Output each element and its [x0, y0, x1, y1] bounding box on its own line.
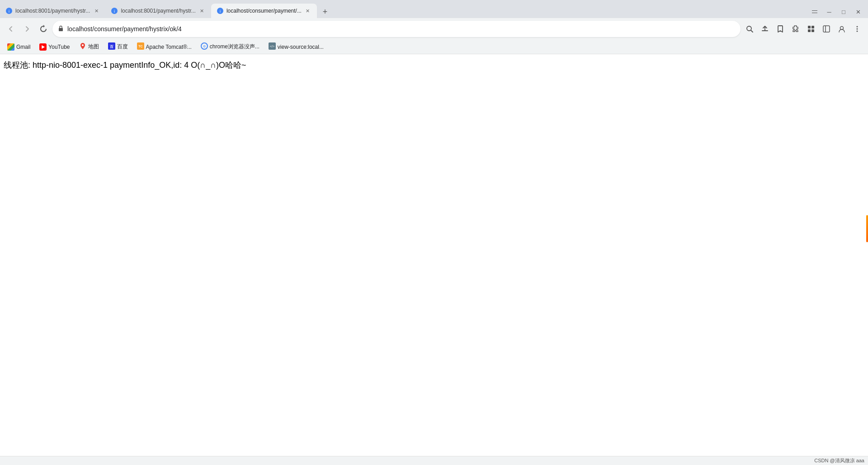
- svg-point-19: [82, 44, 84, 46]
- back-button[interactable]: [4, 22, 18, 36]
- browser-window: i localhost:8001/payment/hystr... ✕ i lo…: [0, 0, 868, 465]
- minimize-button[interactable]: ─: [823, 5, 835, 18]
- svg-text:TC: TC: [138, 45, 142, 48]
- svg-point-17: [857, 28, 858, 30]
- window-controls: ─ □ ✕: [808, 5, 868, 18]
- tab3-favicon: i: [217, 7, 224, 14]
- tab-3[interactable]: i localhost/consumer/payment/... ✕: [211, 4, 317, 18]
- bookmark-gmail-label: Gmail: [16, 44, 30, 50]
- tab2-close-btn[interactable]: ✕: [198, 7, 206, 14]
- svg-line-8: [751, 30, 753, 32]
- extensions-button[interactable]: [788, 22, 803, 36]
- bookmark-chrome-settings-label: chrome浏览器没声...: [210, 43, 259, 51]
- bookmark-view-source-label: view-source:local...: [278, 44, 324, 50]
- bookmark-baidu[interactable]: 百 百度: [104, 41, 132, 53]
- svg-text:⚙: ⚙: [203, 45, 206, 48]
- bookmark-tomcat-label: Apache Tomcat®...: [146, 44, 192, 50]
- close-button[interactable]: ✕: [852, 5, 864, 18]
- bookmark-maps[interactable]: 地图: [75, 41, 103, 53]
- svg-point-16: [857, 26, 858, 28]
- scrollbar[interactable]: [866, 215, 868, 242]
- tab-2[interactable]: i localhost:8001/payment/hystr... ✕: [105, 4, 211, 18]
- address-text: localhost/consumer/payment/hystrix/ok/4: [67, 25, 735, 33]
- toolbar-right: [742, 22, 864, 36]
- bookmark-tomcat[interactable]: TC Apache Tomcat®...: [133, 41, 195, 53]
- page-main-text: 线程池: http-nio-8001-exec-1 paymentInfo_OK…: [4, 60, 864, 70]
- youtube-favicon-icon: [39, 43, 47, 51]
- expand-icon[interactable]: [808, 5, 821, 18]
- address-bar[interactable]: localhost/consumer/payment/hystrix/ok/4: [52, 21, 741, 37]
- grid-button[interactable]: [804, 22, 818, 36]
- maximize-button[interactable]: □: [837, 5, 850, 18]
- svg-text:百: 百: [110, 45, 113, 49]
- gmail-favicon-icon: [7, 43, 14, 51]
- svg-rect-13: [823, 26, 830, 32]
- bookmark-button[interactable]: [773, 22, 788, 36]
- tab-bar: i localhost:8001/payment/hystr... ✕ i lo…: [0, 0, 868, 18]
- bookmark-chrome-settings[interactable]: ⚙ chrome浏览器没声...: [197, 41, 263, 53]
- svg-rect-9: [808, 26, 811, 28]
- tab1-label: localhost:8001/payment/hystr...: [15, 8, 90, 14]
- tab2-label: localhost:8001/payment/hystr...: [121, 8, 195, 14]
- tab1-close-btn[interactable]: ✕: [93, 7, 100, 14]
- status-bar: CSDN @清风微凉 aaa: [0, 456, 868, 465]
- reload-button[interactable]: [36, 22, 51, 36]
- tab3-close-btn[interactable]: ✕: [304, 7, 311, 14]
- maps-favicon-icon: [79, 42, 86, 51]
- forward-button[interactable]: [20, 22, 34, 36]
- share-button[interactable]: [758, 22, 772, 36]
- menu-button[interactable]: [850, 22, 864, 36]
- page-content: 线程池: http-nio-8001-exec-1 paymentInfo_OK…: [0, 54, 868, 456]
- tab-1[interactable]: i localhost:8001/payment/hystr... ✕: [0, 4, 105, 18]
- status-text: CSDN @清风微凉 aaa: [814, 457, 864, 464]
- security-icon: [58, 25, 64, 33]
- baidu-favicon-icon: 百: [108, 42, 115, 51]
- tab3-label: localhost/consumer/payment/...: [226, 8, 302, 14]
- new-tab-button[interactable]: +: [319, 5, 331, 18]
- bookmark-view-source[interactable]: </> view-source:local...: [265, 41, 327, 53]
- svg-text:</>: </>: [270, 45, 274, 48]
- svg-rect-6: [59, 28, 63, 31]
- tab1-favicon: i: [5, 7, 13, 14]
- svg-rect-11: [808, 29, 811, 32]
- svg-text:i: i: [9, 9, 9, 14]
- bookmark-gmail[interactable]: Gmail: [4, 42, 34, 52]
- search-button[interactable]: [742, 22, 757, 36]
- tomcat-favicon-icon: TC: [137, 42, 144, 51]
- profile-button[interactable]: [835, 22, 849, 36]
- bookmark-baidu-label: 百度: [117, 43, 128, 51]
- tab2-favicon: i: [111, 7, 118, 14]
- bookmark-youtube[interactable]: YouTube: [36, 42, 73, 52]
- svg-point-18: [857, 31, 858, 32]
- svg-text:i: i: [114, 9, 115, 14]
- bookmark-youtube-label: YouTube: [48, 44, 70, 50]
- chrome-settings-favicon-icon: ⚙: [201, 42, 208, 51]
- view-source-favicon-icon: </>: [269, 42, 276, 51]
- tab-strip: i localhost:8001/payment/hystr... ✕ i lo…: [0, 4, 808, 18]
- svg-rect-12: [811, 29, 814, 32]
- bookmark-maps-label: 地图: [88, 43, 99, 51]
- svg-text:i: i: [220, 9, 221, 14]
- toolbar: localhost/consumer/payment/hystrix/ok/4: [0, 18, 868, 40]
- svg-rect-10: [811, 26, 814, 28]
- sidebar-button[interactable]: [819, 22, 834, 36]
- bookmarks-bar: Gmail YouTube 地图 百 百度 TC Apache Tomcat®.…: [0, 40, 868, 54]
